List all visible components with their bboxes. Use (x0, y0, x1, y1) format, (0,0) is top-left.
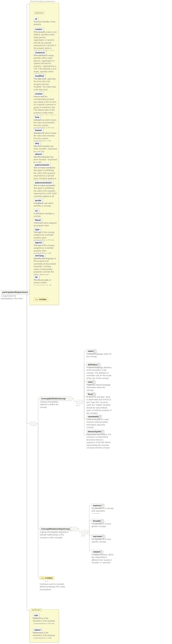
cdef-choice (76, 400, 83, 404)
attr-desc: The type of the concept assigned as cont… (34, 231, 57, 240)
body-wildcard-occurs: 0..∞ (45, 580, 48, 582)
flex-attributes-label: attributes (34, 11, 45, 14)
attr-desc: Indicates by which means the value was e… (34, 119, 57, 128)
concept-definition-group: ConceptDefinitionGroup − (40, 396, 67, 401)
attr-desc: Specifies the language of this property … (34, 257, 57, 275)
body-wildcard-any: any (41, 577, 45, 579)
attr-desc: The date (and, optionally, the time) whe… (34, 78, 57, 92)
flex-wildcard-other: ##other (39, 298, 47, 300)
cdef-seq1 (65, 396, 72, 401)
concept-rel-name: ConceptRelationshipsGroup (41, 528, 70, 530)
attr-desc: If the property value is not defined, sp… (34, 31, 57, 50)
element-desc: Represents the position of a concept in … (86, 433, 112, 450)
root-element: participationRequirement (1, 290, 29, 294)
element-desc: An identifier of a more generic concept. (92, 522, 114, 529)
attr-desc: Refinement of the semantics of the prope… (33, 617, 56, 624)
crel-seq1 (71, 527, 78, 531)
diagram-canvas: participationRequirement A requirement f… (0, 0, 172, 644)
attr-desc: The directionality of textual content (e… (34, 279, 57, 286)
attr-desc: Refinement of the semantics of the prope… (33, 632, 56, 638)
element-desc: In NAR 1.8 and later, 'facet' is depreca… (86, 396, 112, 414)
concept-def-name: ConceptDefinitionGroup (41, 398, 66, 400)
attr-desc: The type of the concept assigned as cont… (34, 244, 57, 254)
body-wildcard-desc: Extension point for provider-defined pro… (40, 583, 65, 591)
flex-wildcard: any ##other (34, 298, 48, 301)
attr-desc: Indicates by which means the value was e… (34, 132, 57, 141)
root-desc: A requirement for participating in the e… (1, 295, 24, 300)
bottom-attrs-label: attributes (31, 608, 42, 612)
element-desc: A natural language name for the concept. (86, 353, 112, 359)
root-name: participationRequirement (2, 291, 28, 293)
expand-icon[interactable]: + (101, 520, 104, 522)
attr-desc: One or many constraints that apply to pu… (34, 184, 57, 198)
cdef-occurs: 0..∞ (76, 404, 80, 406)
attr-desc: A URI which identifies a concept. (34, 212, 57, 218)
attr-desc: A qualified code which identifies a conc… (34, 202, 57, 209)
flex-wildcard-any: any (35, 298, 38, 300)
body-wildcard: any ##other (40, 576, 54, 580)
expand-icon[interactable]: + (98, 364, 101, 366)
expand-icon[interactable]: + (101, 430, 104, 433)
concept-relationships-group: ConceptRelationshipsGroup − (40, 527, 71, 531)
attr-desc: A free-text value assigned as property v… (34, 222, 57, 228)
body-wildcard-other: ##other (45, 577, 53, 579)
expand-icon[interactable]: + (93, 381, 95, 384)
attr-desc: Why the metadata has been included - exp… (34, 156, 57, 163)
concept-def-desc: A group of properties required to define… (40, 401, 65, 409)
element-desc: An identifier of a concept with equivale… (92, 507, 114, 514)
flex-extension-title: Flex1PropType (extension) (30, 0, 55, 2)
expand-icon[interactable]: + (94, 350, 97, 353)
expand-icon[interactable]: + (101, 504, 104, 507)
concept-rel-desc: A group of properties required to indica… (40, 531, 69, 539)
expand-icon[interactable]: + (100, 551, 103, 554)
element-desc: A link to an item or a web resource whic… (86, 418, 112, 430)
element-desc: An identifier of a more specific concept… (92, 538, 114, 544)
attr-desc: Why the metadata has been included - exp… (34, 145, 57, 152)
element-desc: A natural language definition of the sem… (86, 366, 112, 380)
crel-occurs: 0..∞ (81, 535, 85, 537)
attr-desc: If set to true the corresponding propert… (34, 96, 57, 115)
expand-icon[interactable]: + (102, 535, 105, 538)
main-sequence (29, 422, 36, 426)
crel-choice (81, 530, 88, 534)
attr-desc: If the attribute is empty, specifies whi… (34, 54, 57, 74)
connector-lines (0, 0, 172, 644)
element-desc: Additional natural language information … (86, 384, 112, 392)
element-desc: A related concept, where the relationshi… (92, 554, 114, 564)
attr-desc: The local identifier of the property. (34, 20, 57, 27)
expand-icon[interactable]: + (99, 416, 102, 418)
attr-desc: One or many constraints that apply to pu… (34, 166, 57, 180)
expand-icon[interactable]: + (93, 393, 96, 396)
